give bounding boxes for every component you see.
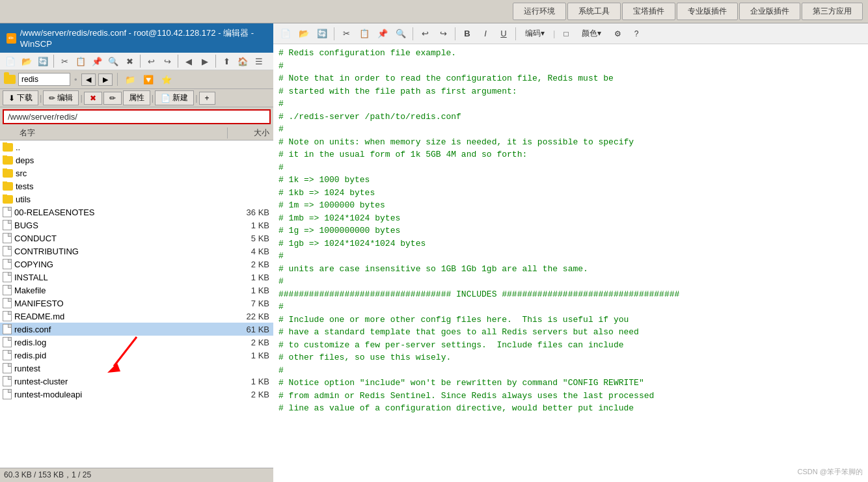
delete-btn[interactable]: ✖ — [84, 92, 102, 105]
editor-panel: 📄 📂 🔄 ✂ 📋 📌 🔍 ↩ ↪ B I U 编码▾ | □ 颜色▾ ⚙ ? … — [273, 23, 868, 482]
file-name-label: Makefile — [14, 286, 46, 295]
file-item[interactable]: .. — [0, 141, 273, 154]
editor-line: # line as value of a configuration direc… — [278, 402, 863, 415]
file-item[interactable]: runtest-moduleapi2 KB — [0, 388, 273, 401]
file-item[interactable]: redis.log2 KB — [0, 336, 273, 349]
ed-bold-btn[interactable]: B — [459, 27, 476, 41]
tb-delete-btn[interactable]: ✖ — [122, 54, 137, 68]
tb-undo-btn[interactable]: ↩ — [143, 54, 159, 68]
ed-underline-btn[interactable]: U — [495, 27, 512, 41]
file-item[interactable]: tests — [0, 180, 273, 193]
tb-open-btn[interactable]: 📂 — [19, 54, 34, 68]
download-btn[interactable]: ⬇ 下载 — [3, 90, 38, 105]
file-item[interactable]: INSTALL1 KB — [0, 271, 273, 284]
ed-encoding-menu[interactable]: 编码▾ — [519, 25, 550, 42]
filter-btn[interactable]: 🔽 — [141, 72, 156, 87]
file-name-label: redis.pid — [14, 351, 46, 360]
tb-home-btn[interactable]: 🏠 — [235, 54, 251, 68]
editor-line: # — [278, 250, 863, 263]
rename-btn[interactable]: ✏ — [103, 92, 122, 105]
bookmarks-btn[interactable]: ⭐ — [159, 72, 174, 87]
ed-settings-btn[interactable]: ⚙ — [608, 27, 627, 41]
ed-color-menu[interactable]: 颜色▾ — [576, 25, 607, 42]
ed-sep1 — [334, 27, 334, 40]
file-name-label: INSTALL — [14, 273, 48, 282]
file-item[interactable]: runtest — [0, 362, 273, 375]
sep5 — [117, 73, 118, 86]
line-text: # — [278, 123, 284, 136]
file-item[interactable]: runtest-cluster1 KB — [0, 375, 273, 388]
file-item[interactable]: BUGS1 KB — [0, 219, 273, 232]
ed-redo-btn[interactable]: ↪ — [435, 27, 452, 41]
file-size-label: 61 KB — [228, 325, 273, 334]
tb-new-btn[interactable]: 📄 — [3, 54, 18, 68]
file-item-name: redis.conf — [0, 324, 228, 334]
tab-system-tools[interactable]: 系统工具 — [567, 3, 621, 20]
tb-copy-btn[interactable]: 📋 — [73, 54, 88, 68]
line-text: # — [278, 250, 284, 263]
nav-fwd-btn[interactable]: ▶ — [98, 74, 113, 86]
editor-content[interactable]: # Redis configuration file example.## No… — [273, 44, 868, 482]
tab-third-party[interactable]: 第三方应用 — [802, 3, 863, 20]
file-name-label: runtest-cluster — [14, 377, 68, 386]
sep4 — [215, 55, 216, 68]
ed-paste-btn[interactable]: 📌 — [374, 27, 391, 41]
file-item-name: redis.pid — [0, 350, 228, 360]
line-text: # — [278, 275, 284, 288]
ed-copy-btn[interactable]: 📋 — [356, 27, 373, 41]
tb-find-btn[interactable]: 🔍 — [105, 54, 121, 68]
file-item[interactable]: deps — [0, 154, 273, 167]
tb-cut-btn[interactable]: ✂ — [57, 54, 72, 68]
line-text: # it in the usual form of 1k 5GB 4M and … — [278, 148, 527, 161]
ed-refresh-btn[interactable]: 🔄 — [314, 27, 331, 41]
file-item[interactable]: MANIFESTO7 KB — [0, 297, 273, 310]
tb-more-btn[interactable]: ☰ — [251, 54, 267, 68]
new-btn[interactable]: 📄 新建 — [155, 90, 194, 105]
ed-checkbox-btn[interactable]: □ — [558, 27, 574, 41]
tab-bt-plugins[interactable]: 宝塔插件 — [622, 3, 675, 20]
path-bar[interactable]: /www/server/redis/ — [3, 109, 271, 124]
tb-fwd-btn[interactable]: ▶ — [197, 54, 213, 68]
editor-line: # — [278, 275, 863, 288]
file-item[interactable]: redis.pid1 KB — [0, 349, 273, 362]
file-item[interactable]: redis.conf61 KB — [0, 323, 273, 336]
tb-paste-btn[interactable]: 📌 — [89, 54, 105, 68]
edit-btn[interactable]: ✏ 编辑 — [43, 90, 79, 105]
line-text: # — [278, 60, 284, 73]
line-text: # 1m => 1000000 bytes — [278, 199, 385, 212]
line-text: ################################## INCLU… — [278, 288, 679, 301]
file-item[interactable]: Makefile1 KB — [0, 284, 273, 297]
folder-name-input[interactable] — [18, 73, 70, 86]
tab-enterprise[interactable]: 企业版插件 — [739, 3, 800, 20]
tb-back-btn[interactable]: ◀ — [181, 54, 197, 68]
ed-open-btn[interactable]: 📂 — [295, 27, 312, 41]
more-btn[interactable]: + — [199, 92, 215, 105]
ed-undo-btn[interactable]: ↩ — [416, 27, 433, 41]
tab-pro-plugins[interactable]: 专业版插件 — [677, 3, 738, 20]
nav-back-btn[interactable]: ◀ — [81, 74, 96, 86]
tb-redo-btn[interactable]: ↪ — [159, 54, 175, 68]
file-icon — [3, 285, 12, 295]
ed-find-btn[interactable]: 🔍 — [392, 27, 409, 41]
ed-italic-btn[interactable]: I — [477, 27, 494, 41]
file-name-label: CONDUCT — [14, 234, 57, 243]
file-icon — [3, 324, 12, 334]
file-item[interactable]: CONTRIBUTING4 KB — [0, 245, 273, 258]
file-item[interactable]: README.md22 KB — [0, 310, 273, 323]
folder-list-btn[interactable]: 📁 — [122, 72, 138, 87]
tb-up-btn[interactable]: ⬆ — [219, 54, 234, 68]
tab-runtime[interactable]: 运行环境 — [513, 3, 566, 20]
ed-new-btn[interactable]: 📄 — [277, 27, 294, 41]
props-btn[interactable]: 属性 — [123, 90, 150, 105]
file-item[interactable]: utils — [0, 193, 273, 206]
file-item-name: runtest-cluster — [0, 376, 228, 386]
file-item-name: redis.log — [0, 337, 228, 347]
file-item[interactable]: 00-RELEASENOTES36 KB — [0, 206, 273, 219]
tb-refresh-btn[interactable]: 🔄 — [35, 54, 51, 68]
ed-cut-btn[interactable]: ✂ — [338, 27, 355, 41]
file-item[interactable]: src — [0, 167, 273, 180]
ed-help-btn[interactable]: ? — [629, 27, 645, 41]
file-item[interactable]: CONDUCT5 KB — [0, 232, 273, 245]
file-item[interactable]: COPYING2 KB — [0, 258, 273, 271]
file-name-label: .. — [16, 142, 20, 152]
